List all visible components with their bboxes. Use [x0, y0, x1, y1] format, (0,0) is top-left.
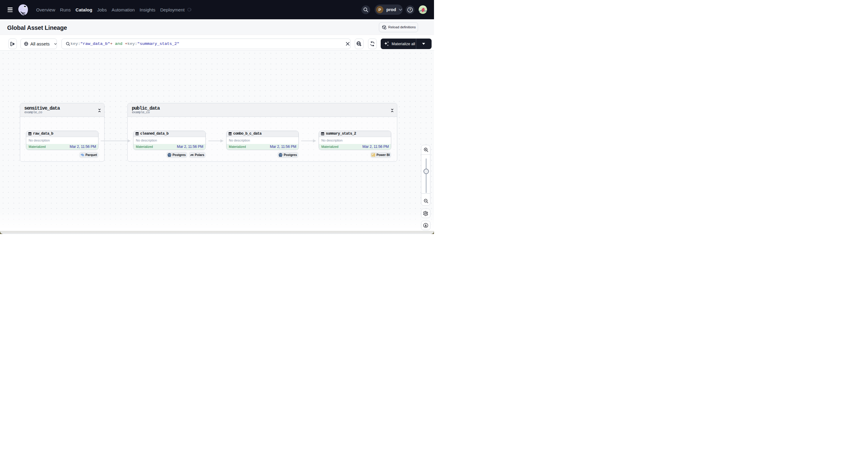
svg-text:?: ?	[409, 8, 411, 11]
